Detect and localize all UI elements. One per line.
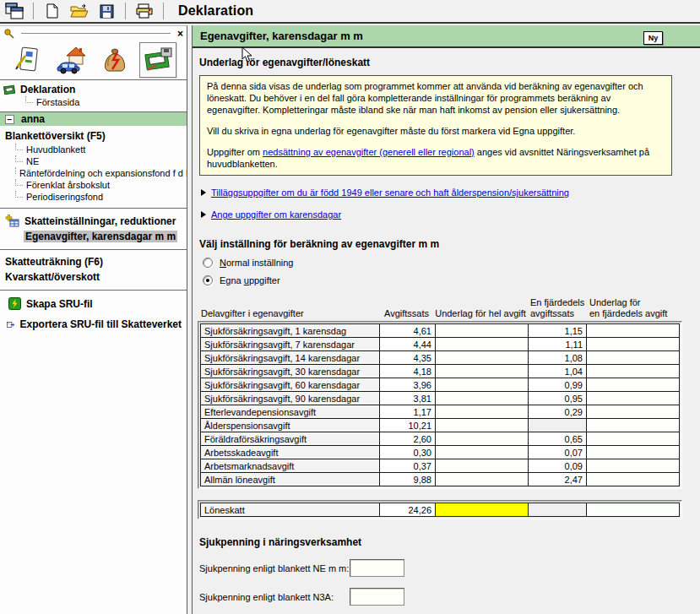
- radio-button-icon[interactable]: [203, 275, 213, 285]
- radio-button-icon[interactable]: [203, 258, 213, 268]
- rate-cell[interactable]: 0,30: [380, 446, 436, 459]
- col-header-delavgifter: Delavgifter i egenavgifter: [198, 308, 378, 319]
- sidebar-item-kvarskatt[interactable]: Kvarskatt/överskott: [0, 269, 187, 285]
- quarter-rate-cell[interactable]: 2,47: [529, 473, 587, 486]
- quarter-rate-cell[interactable]: 1,04: [529, 365, 587, 378]
- quarter-base-cell[interactable]: [587, 459, 680, 473]
- base-cell[interactable]: [436, 432, 529, 446]
- loneskatt-row: Löneskatt 24,26: [201, 503, 680, 517]
- tree-item-forstasida[interactable]: Förstasida: [0, 96, 187, 108]
- info-box: På denna sida visas de underlag som prog…: [199, 75, 672, 176]
- sidebar-item-blankett[interactable]: Förenklat årsbokslut: [0, 179, 187, 191]
- tree-root-deklaration[interactable]: Deklaration: [0, 83, 187, 96]
- base-cell[interactable]: [436, 459, 529, 473]
- sidebar-item-blankett[interactable]: Periodiseringsfond: [0, 191, 187, 203]
- sidebar-item-skatteinstallningar[interactable]: Skatteinställningar, reduktioner: [0, 213, 187, 229]
- client-row[interactable]: − anna: [0, 111, 187, 126]
- quarter-base-cell[interactable]: [587, 473, 680, 486]
- quarter-rate-cell[interactable]: 1,15: [529, 324, 587, 338]
- quarter-base-cell[interactable]: [587, 378, 680, 392]
- quarter-base-cell[interactable]: [587, 405, 680, 419]
- rate-cell[interactable]: 3,81: [380, 392, 436, 405]
- loneskatt-base-cell-highlighted[interactable]: [436, 503, 529, 517]
- tillaggsuppgifter-link[interactable]: Tilläggsuppgifter om du är född 1949 ell…: [211, 187, 569, 198]
- quarter-base-cell[interactable]: [587, 392, 680, 405]
- quarter-base-cell[interactable]: [587, 432, 680, 446]
- pin-icon[interactable]: [3, 28, 14, 39]
- base-cell[interactable]: [436, 338, 529, 351]
- base-cell[interactable]: [436, 365, 529, 378]
- close-icon[interactable]: ×: [177, 30, 183, 38]
- base-cell[interactable]: [436, 351, 529, 365]
- loneskatt-rate-cell[interactable]: 24,26: [380, 503, 436, 517]
- quarter-rate-cell[interactable]: 1,08: [529, 351, 587, 365]
- new-button[interactable]: Ny: [643, 31, 663, 45]
- row-label-cell: Sjukförsäkringsavgift, 14 karensdagar: [201, 351, 380, 365]
- save-button[interactable]: [95, 1, 117, 21]
- radio-normal-installning[interactable]: Normal inställning: [203, 258, 700, 268]
- sidebar-item-egenavgifter-selected[interactable]: Egenavgifter, karensdagar m m: [0, 229, 187, 244]
- rate-cell[interactable]: 9,88: [380, 473, 436, 486]
- radio-label: Normal inställning: [220, 258, 293, 268]
- sidebar-item-skatteutrakning[interactable]: Skatteuträkning (F6): [0, 254, 187, 269]
- sidebar-item-skapa-sru[interactable]: Skapa SRU-fil: [0, 296, 187, 312]
- rate-cell[interactable]: 4,18: [380, 365, 436, 378]
- quarter-base-cell[interactable]: [587, 365, 680, 378]
- base-cell[interactable]: [436, 405, 529, 419]
- base-cell[interactable]: [436, 446, 529, 459]
- notes-module-button[interactable]: [10, 42, 47, 78]
- sidebar-item-blankett[interactable]: NE: [0, 155, 187, 167]
- new-document-button[interactable]: [41, 1, 63, 21]
- rate-cell[interactable]: 3,96: [380, 378, 436, 392]
- base-cell[interactable]: [436, 392, 529, 405]
- base-cell[interactable]: [436, 473, 529, 486]
- sidebar-item-blankett[interactable]: Räntefördelning och expansionsfond f d N: [0, 167, 187, 179]
- rate-cell[interactable]: 4,35: [380, 351, 436, 365]
- quarter-rate-cell[interactable]: 0,07: [529, 446, 587, 459]
- rate-cell[interactable]: 10,21: [380, 419, 436, 432]
- collapse-icon[interactable]: −: [5, 115, 14, 124]
- quarter-rate-cell[interactable]: 0,09: [529, 459, 587, 473]
- sidebar-item-exportera-sru[interactable]: Exportera SRU-fil till Skatteverket: [0, 317, 187, 332]
- radio-egna-uppgifter[interactable]: Egna uppgifter: [203, 275, 700, 285]
- open-file-button[interactable]: [68, 1, 90, 21]
- rate-cell[interactable]: 1,17: [380, 405, 436, 419]
- quarter-rate-cell[interactable]: 0,99: [529, 378, 587, 392]
- declaration-module-button[interactable]: [139, 42, 176, 78]
- sjukpenning-input[interactable]: [350, 559, 404, 577]
- table-row: Arbetsmarknadsavgift 0,37 0,09: [201, 459, 680, 473]
- money-module-button[interactable]: [96, 42, 133, 78]
- base-cell[interactable]: [436, 378, 529, 392]
- rate-cell[interactable]: 2,60: [380, 432, 436, 446]
- rate-cell[interactable]: 4,61: [380, 324, 436, 338]
- print-button[interactable]: [133, 1, 155, 21]
- karensdagar-link[interactable]: Ange uppgifter om karensdagar: [211, 209, 341, 220]
- sidebar-item-blankett[interactable]: Huvudblankett: [0, 144, 187, 155]
- quarter-base-cell[interactable]: [587, 446, 680, 459]
- quarter-rate-cell[interactable]: [529, 419, 587, 432]
- quarter-base-cell[interactable]: [587, 351, 680, 365]
- quarter-base-cell[interactable]: [587, 338, 680, 351]
- sidebar-grip[interactable]: [21, 33, 171, 35]
- quarter-base-cell[interactable]: [587, 324, 680, 338]
- app-title: Deklaration: [178, 3, 253, 19]
- quarter-rate-cell[interactable]: 0,65: [529, 432, 587, 446]
- sidebar-heading-blankettoversikt[interactable]: Blankettöversikt (F5): [0, 128, 187, 144]
- property-vehicle-module-button[interactable]: [53, 42, 90, 78]
- base-cell[interactable]: [436, 324, 529, 338]
- loneskatt-quarter-base-cell[interactable]: [587, 503, 680, 517]
- quarter-rate-cell[interactable]: 1,11: [529, 338, 587, 351]
- link-row-tillaggsuppgifter: Tilläggsuppgifter om du är född 1949 ell…: [201, 187, 700, 198]
- row-label-cell: Ålderspensionsavgift: [201, 419, 380, 432]
- cascade-windows-icon: [5, 3, 24, 19]
- rate-cell[interactable]: 0,37: [380, 459, 436, 473]
- col-header-fjardedels-sats: En fjärdedelsavgiftssats: [527, 297, 586, 319]
- cascade-windows-button[interactable]: [3, 1, 25, 21]
- rate-cell[interactable]: 4,44: [380, 338, 436, 351]
- quarter-base-cell[interactable]: [587, 419, 680, 432]
- nedsattning-link[interactable]: nedsättning av egenavgifter (generell el…: [263, 147, 475, 157]
- sjukpenning-input[interactable]: [350, 588, 404, 606]
- quarter-rate-cell[interactable]: 0,95: [529, 392, 587, 405]
- quarter-rate-cell[interactable]: 0,29: [529, 405, 587, 419]
- base-cell[interactable]: [436, 419, 529, 432]
